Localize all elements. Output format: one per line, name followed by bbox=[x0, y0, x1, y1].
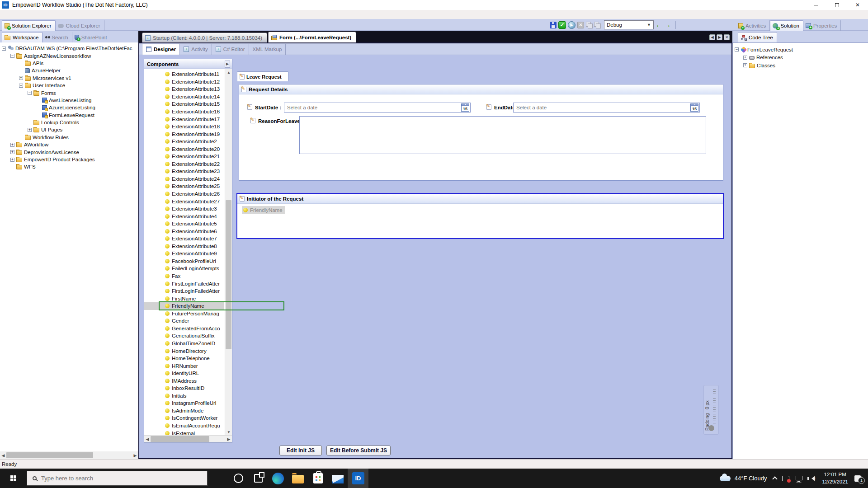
tree-item[interactable]: + EmpowerID Product Packages bbox=[0, 156, 138, 163]
maximize-button[interactable] bbox=[826, 0, 847, 10]
close-document-icon[interactable]: ✕ bbox=[724, 34, 730, 40]
component-item[interactable]: ExtensionAttribute4 bbox=[144, 212, 224, 220]
store-button[interactable] bbox=[308, 469, 328, 488]
friendlyname-field[interactable]: FriendlyName bbox=[242, 206, 285, 214]
taskbar-search-box[interactable] bbox=[27, 471, 208, 486]
tray-chevron-up-icon[interactable] bbox=[773, 476, 778, 481]
volume-icon[interactable] bbox=[809, 476, 815, 481]
empowerid-taskbar-button[interactable]: ID bbox=[348, 469, 368, 488]
weather-text[interactable]: 44°F Cloudy bbox=[735, 475, 767, 482]
component-item[interactable]: HomeTelephone bbox=[144, 355, 224, 362]
tree-horizontal-scrollbar[interactable]: ◀ ▶ bbox=[0, 451, 138, 459]
component-item[interactable]: Gender bbox=[144, 317, 224, 325]
dock-tab[interactable]: Activities bbox=[736, 20, 770, 31]
view-tab[interactable]: C# Editor bbox=[212, 44, 249, 55]
collapse-panel-icon[interactable]: ▶ bbox=[225, 61, 230, 68]
component-item[interactable]: IsContingentWorker bbox=[144, 414, 224, 422]
component-item[interactable]: ExtensionAttribute24 bbox=[144, 175, 224, 183]
view-tab[interactable]: Activity bbox=[180, 44, 212, 55]
scrollbar-thumb[interactable] bbox=[6, 452, 93, 458]
scroll-left-icon[interactable]: ◀ bbox=[0, 453, 6, 458]
dock-tab[interactable]: Workspace bbox=[2, 32, 42, 42]
padding-slider-track[interactable] bbox=[713, 389, 716, 424]
reason-for-leave-textarea[interactable] bbox=[299, 116, 706, 154]
dock-tab[interactable]: Cloud Explorer bbox=[56, 20, 104, 31]
tree-item[interactable]: − AssignAZNewLicenseorkflow bbox=[0, 52, 138, 59]
view-tab[interactable]: Designer bbox=[142, 44, 180, 55]
component-item[interactable]: IsExternal bbox=[144, 429, 224, 436]
expander-icon[interactable]: + bbox=[743, 56, 747, 60]
file-explorer-button[interactable] bbox=[288, 469, 308, 488]
component-item[interactable]: ExtensionAttribute14 bbox=[144, 93, 224, 101]
scroll-left-icon[interactable]: ◀ bbox=[144, 437, 151, 441]
scrollbar-thumb[interactable] bbox=[226, 200, 231, 349]
component-item[interactable]: FacebookProfileUrl bbox=[144, 258, 224, 265]
component-item[interactable]: FirstLoginFailedAtter bbox=[144, 287, 224, 295]
scroll-up-icon[interactable]: ▲ bbox=[225, 69, 232, 76]
screen-share-icon[interactable] bbox=[782, 476, 789, 481]
component-item[interactable]: IsAdminMode bbox=[144, 407, 224, 415]
scroll-right-icon[interactable]: ▶ bbox=[226, 437, 232, 441]
component-item[interactable]: ExtensionAttribute21 bbox=[144, 153, 224, 160]
tree-item[interactable]: − DRGAUTAM-WS (C:\Program Files\TheDotNe… bbox=[0, 45, 138, 52]
component-item[interactable]: GlobalTimeZoneID bbox=[144, 340, 224, 347]
expander-icon[interactable]: − bbox=[2, 47, 6, 51]
scroll-right-icon[interactable]: ▶ bbox=[132, 453, 138, 458]
tree-item[interactable]: − Forms bbox=[0, 89, 138, 96]
document-tab[interactable]: Startup (Client: 4.0.0.0 | Server: 7.188… bbox=[142, 33, 267, 42]
tree-item[interactable]: AzureLicenseListing bbox=[0, 104, 138, 111]
form-page-tab[interactable]: Leave Request bbox=[237, 71, 288, 81]
initiator-group-selected[interactable]: Initiator of the Request FriendlyName bbox=[236, 193, 724, 239]
component-item[interactable]: ExtensionAttribute2 bbox=[144, 138, 224, 145]
component-item[interactable]: ExtensionAttribute9 bbox=[144, 250, 224, 258]
mail-button[interactable] bbox=[328, 469, 348, 488]
dock-tab[interactable]: Properties bbox=[803, 20, 841, 31]
component-item[interactable]: ExtensionAttribute20 bbox=[144, 145, 224, 153]
component-item[interactable]: ExtensionAttribute18 bbox=[144, 123, 224, 131]
component-item[interactable]: GenerationalSuffix bbox=[144, 332, 224, 340]
component-item[interactable]: ExtensionAttribute5 bbox=[144, 220, 224, 228]
expander-icon[interactable]: + bbox=[10, 143, 14, 147]
tree-item[interactable]: − User Interface bbox=[0, 82, 138, 89]
scroll-down-icon[interactable]: ▼ bbox=[225, 429, 232, 436]
component-item[interactable]: ExtensionAttribute8 bbox=[144, 243, 224, 250]
component-item[interactable]: FirstLoginFailedAtter bbox=[144, 280, 224, 287]
component-item[interactable]: ExtensionAttribute25 bbox=[144, 183, 224, 190]
build-configuration-select[interactable]: Debug ▼ bbox=[604, 20, 654, 29]
tree-item[interactable]: − FormLeaveRequest bbox=[733, 46, 868, 54]
component-item[interactable]: InboxResultID bbox=[144, 385, 224, 392]
task-view-button[interactable] bbox=[248, 469, 268, 488]
navigate-forward-icon[interactable]: → bbox=[664, 20, 671, 29]
components-horizontal-scrollbar[interactable]: ◀ ▶ bbox=[144, 435, 232, 442]
edit-before-submit-js-button[interactable]: Edit Before Submit JS bbox=[326, 446, 391, 455]
component-item[interactable]: InstagramProfileUrl bbox=[144, 399, 224, 407]
component-item[interactable]: IMAddress bbox=[144, 377, 224, 385]
component-item[interactable]: GeneratedFromAcco bbox=[144, 325, 224, 333]
notification-center-icon[interactable]: 1 bbox=[854, 475, 862, 482]
expander-icon[interactable]: − bbox=[19, 84, 23, 88]
tree-item[interactable]: FormLeaveRequest bbox=[0, 112, 138, 119]
tree-item[interactable]: + AWorkflow bbox=[0, 141, 138, 148]
component-item[interactable]: ExtensionAttribute12 bbox=[144, 78, 224, 86]
component-item[interactable]: HomeDirectory bbox=[144, 347, 224, 355]
start-date-input[interactable] bbox=[284, 103, 471, 113]
component-item[interactable]: Fax bbox=[144, 272, 224, 280]
scroll-tabs-right-icon[interactable]: ▶ bbox=[717, 34, 722, 40]
run-icon[interactable]: ▶ bbox=[568, 21, 576, 29]
tree-item[interactable]: Workflow Rules bbox=[0, 134, 138, 141]
end-date-calendar-icon[interactable]: 15 bbox=[690, 103, 698, 112]
component-item[interactable]: IdentityURL bbox=[144, 370, 224, 377]
tree-item[interactable]: AzureHelper bbox=[0, 67, 138, 74]
document-tab[interactable]: Form (...\FormLeaveRequest) bbox=[268, 32, 356, 42]
expander-icon[interactable]: − bbox=[735, 47, 739, 52]
view-tab[interactable]: XML Markup bbox=[249, 44, 286, 55]
component-item[interactable]: ExtensionAttribute16 bbox=[144, 108, 224, 116]
edit-init-js-button[interactable]: Edit Init JS bbox=[279, 446, 322, 455]
component-item[interactable]: ExtensionAttribute3 bbox=[144, 205, 224, 213]
component-item[interactable]: Initials bbox=[144, 392, 224, 400]
dock-tab[interactable]: Search bbox=[42, 32, 72, 42]
paste-icon[interactable] bbox=[594, 22, 600, 28]
expander-icon[interactable]: + bbox=[10, 158, 14, 162]
tree-item[interactable]: + References bbox=[733, 54, 868, 62]
components-vertical-scrollbar[interactable]: ▲ ▼ bbox=[225, 69, 232, 436]
